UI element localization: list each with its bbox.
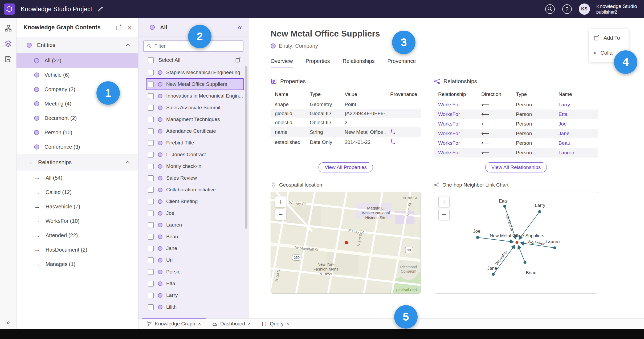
close-tab-icon[interactable]: × (198, 321, 201, 326)
list-item[interactable]: Joe (146, 207, 244, 219)
item-checkbox[interactable] (148, 164, 154, 169)
entity-filter-all[interactable]: All (27) (17, 53, 138, 68)
view-all-relationships-button[interactable]: View All Relationships (485, 162, 547, 172)
entity-filter-conference[interactable]: Conference (3) (17, 140, 138, 154)
entity-link[interactable]: Jane (559, 131, 569, 136)
list-scrollbar[interactable] (245, 66, 247, 229)
tab-relationships[interactable]: Relationships (343, 58, 375, 67)
list-item[interactable]: Montly check-in (146, 160, 244, 172)
layers-view-button[interactable] (5, 40, 12, 47)
add-to-button[interactable]: Add To (589, 30, 629, 45)
schema-view-button[interactable] (5, 25, 12, 32)
close-tab-icon[interactable]: × (287, 321, 289, 326)
node-beau[interactable] (524, 261, 527, 264)
save-button[interactable] (5, 55, 12, 63)
item-checkbox[interactable] (148, 187, 154, 193)
close-tab-icon[interactable]: × (248, 321, 251, 326)
list-item[interactable]: Etta (146, 278, 244, 289)
expand-rail-button[interactable]: » (0, 319, 16, 326)
item-checkbox[interactable] (148, 304, 154, 310)
collapse-list-panel-button[interactable]: « (238, 24, 242, 31)
entities-section-header[interactable]: Entities (17, 37, 138, 53)
item-checkbox[interactable] (148, 211, 154, 216)
list-item[interactable]: Jane (146, 243, 244, 254)
entity-link[interactable]: Etta (559, 111, 568, 117)
node-center-company[interactable] (516, 241, 519, 244)
list-item[interactable]: Uri (146, 254, 244, 266)
list-item[interactable]: Sales Review (146, 172, 244, 184)
item-checkbox[interactable] (148, 246, 154, 251)
link-chart-canvas[interactable]: WorksFor WorksFor WorksFor (434, 192, 598, 293)
relationship-filter-called[interactable]: → Called (12) (17, 185, 138, 199)
list-item[interactable]: Sales Associate Summit (146, 102, 244, 114)
list-item[interactable]: Collaboration initiative (146, 184, 244, 196)
zoom-out-button[interactable]: − (275, 209, 286, 220)
relationship-link[interactable]: WorksFor (438, 102, 460, 107)
item-checkbox[interactable] (148, 257, 154, 263)
relationship-filter-hasdocument[interactable]: → HasDocument (2) (17, 243, 138, 257)
entity-filter-document[interactable]: Document (2) (17, 111, 138, 125)
item-checkbox[interactable] (148, 93, 154, 99)
item-checkbox[interactable] (148, 152, 154, 158)
entity-filter-meeting[interactable]: Meeting (4) (17, 96, 138, 111)
list-item-selected[interactable]: New Metal Office Suppliers (146, 78, 244, 90)
search-button[interactable] (545, 4, 555, 14)
entity-link[interactable]: Larry (559, 102, 570, 107)
entity-filter-company[interactable]: Company (2) (17, 82, 138, 96)
list-item[interactable]: Larry (146, 289, 244, 301)
relationship-link[interactable]: WorksFor (438, 131, 460, 136)
map-widget[interactable]: + − (271, 192, 421, 294)
zoom-out-button[interactable]: − (438, 209, 450, 220)
relationship-filter-worksfor[interactable]: → WorksFor (10) (17, 214, 138, 228)
view-all-properties-button[interactable]: View All Properties (319, 162, 373, 172)
map-marker[interactable] (345, 241, 348, 244)
item-checkbox[interactable] (148, 269, 154, 275)
item-checkbox[interactable] (148, 199, 154, 204)
list-item[interactable]: Staplers Mechanical Engineering (146, 67, 244, 78)
node-joe[interactable] (476, 236, 479, 239)
tab-provenance[interactable]: Provenance (388, 58, 416, 67)
relationship-link[interactable]: WorksFor (438, 150, 460, 155)
item-checkbox[interactable] (148, 117, 154, 122)
item-checkbox[interactable] (148, 293, 154, 298)
add-panel-button[interactable] (115, 24, 122, 31)
list-item[interactable]: Client Briefing (146, 196, 244, 207)
list-item[interactable]: Beau (146, 231, 244, 243)
item-checkbox[interactable] (148, 105, 154, 111)
relationship-link[interactable]: WorksFor (438, 140, 460, 146)
zoom-in-button[interactable]: + (438, 196, 450, 207)
entity-link[interactable]: Lauren (559, 150, 574, 155)
tab-overview[interactable]: Overview (271, 58, 293, 67)
item-checkbox[interactable] (148, 140, 154, 146)
entity-filter-person[interactable]: Person (10) (17, 125, 138, 140)
relationship-link[interactable]: WorksFor (438, 121, 460, 127)
view-tab-query[interactable]: { } Query × (257, 319, 294, 329)
view-tab-dashboard[interactable]: Dashboard × (207, 319, 255, 329)
entity-filter-vehicle[interactable]: Vehicle (6) (17, 68, 138, 82)
relationship-filter-manages[interactable]: → Manages (1) (17, 257, 138, 271)
item-checkbox[interactable] (148, 234, 154, 240)
add-selection-button[interactable] (235, 57, 241, 63)
list-item[interactable]: Lauren (146, 219, 244, 231)
list-item[interactable]: Attendance Certificate (146, 125, 244, 137)
relationship-filter-all[interactable]: → All (54) (17, 171, 138, 185)
item-checkbox[interactable] (148, 70, 154, 75)
map-canvas[interactable]: W Clay St E Clay St W Marshall St N 3rd … (271, 192, 421, 293)
tab-properties[interactable]: Properties (305, 58, 330, 67)
list-item[interactable]: Firebird Title (146, 137, 244, 149)
node-jane[interactable] (492, 273, 495, 276)
collapse-relationships-button[interactable] (125, 161, 130, 164)
entity-link[interactable]: Joe (559, 121, 567, 127)
relationship-filter-hasvehicle[interactable]: → HasVehicle (7) (17, 199, 138, 214)
list-item[interactable]: Managment Techniques (146, 114, 244, 125)
select-all-checkbox[interactable] (148, 57, 154, 63)
list-item[interactable]: Lilith (146, 301, 244, 313)
item-checkbox[interactable] (148, 82, 154, 87)
avatar[interactable]: KS (579, 3, 590, 15)
item-checkbox[interactable] (148, 222, 154, 228)
view-tab-knowledge-graph[interactable]: Knowledge Graph × (142, 319, 206, 329)
collapse-entities-button[interactable] (125, 43, 130, 47)
edit-title-button[interactable] (97, 6, 104, 12)
node-etta[interactable] (503, 205, 506, 208)
close-panel-button[interactable]: × (128, 23, 132, 32)
